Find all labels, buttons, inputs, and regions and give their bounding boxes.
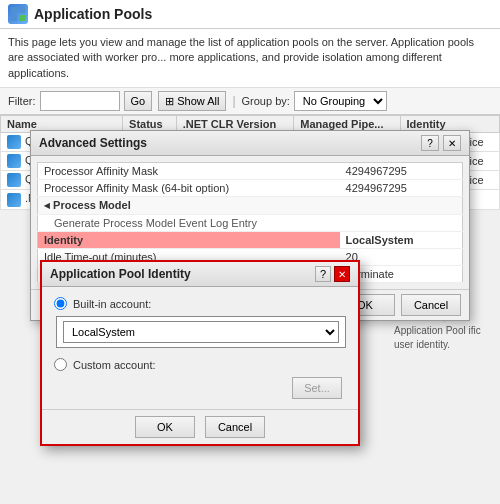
identity-close-button[interactable]: ✕: [334, 266, 350, 282]
settings-row: Generate Process Model Event Log Entry: [38, 215, 463, 232]
custom-radio-option: Custom account:: [54, 358, 346, 371]
builtin-radio-option: Built-in account:: [54, 297, 346, 310]
identity-value-cell: LocalSystem: [340, 232, 463, 249]
settings-row: Processor Affinity Mask (64-bit option) …: [38, 180, 463, 197]
custom-label: Custom account:: [73, 359, 156, 371]
filter-section: Filter: Go: [8, 91, 152, 111]
identity-help-button[interactable]: ?: [315, 266, 331, 282]
svg-rect-0: [11, 7, 17, 13]
settings-label-cell: Processor Affinity Mask: [38, 163, 340, 180]
builtin-account-select[interactable]: LocalSystemLocalServiceNetworkServiceApp…: [63, 321, 339, 343]
app-icon: [8, 4, 28, 24]
page-title: Application Pools: [34, 6, 152, 22]
advanced-help-button[interactable]: ?: [421, 135, 439, 151]
advanced-settings-controls: ? ✕: [421, 135, 461, 151]
svg-rect-3: [19, 15, 25, 21]
filter-input[interactable]: [40, 91, 120, 111]
advanced-settings-title: Advanced Settings: [39, 136, 147, 150]
settings-subsection: Generate Process Model Event Log Entry: [38, 215, 463, 232]
go-button[interactable]: Go: [124, 91, 153, 111]
show-all-button[interactable]: ⊞ Show All: [158, 91, 226, 111]
show-all-icon: ⊞: [165, 95, 174, 108]
set-button[interactable]: Set...: [292, 377, 342, 399]
identity-body: Built-in account: LocalSystemLocalServic…: [42, 287, 358, 409]
advanced-cancel-button[interactable]: Cancel: [401, 294, 461, 316]
identity-dialog: Application Pool Identity ? ✕ Built-in a…: [40, 260, 360, 446]
groupby-label: Group by:: [242, 95, 290, 107]
identity-ok-button[interactable]: OK: [135, 416, 195, 438]
settings-label-cell: Processor Affinity Mask (64-bit option): [38, 180, 340, 197]
advanced-settings-titlebar: Advanced Settings ? ✕: [31, 131, 469, 156]
settings-value-cell: 4294967295: [340, 180, 463, 197]
settings-row: ◂ Process Model: [38, 197, 463, 215]
builtin-label: Built-in account:: [73, 298, 151, 310]
page-description: This page lets you view and manage the l…: [0, 29, 500, 88]
identity-label-cell: Identity: [38, 232, 340, 249]
svg-rect-2: [11, 15, 17, 21]
toolbar: Filter: Go ⊞ Show All | Group by: No Gro…: [0, 88, 500, 115]
builtin-radio[interactable]: [54, 297, 67, 310]
identity-title: Application Pool Identity: [50, 267, 191, 281]
settings-row: Processor Affinity Mask 4294967295: [38, 163, 463, 180]
settings-row: Identity LocalSystem: [38, 232, 463, 249]
identity-titlebar: Application Pool Identity ? ✕: [42, 262, 358, 287]
identity-controls: ? ✕: [315, 266, 350, 282]
groupby-select[interactable]: No Grouping: [294, 91, 387, 111]
builtin-box: LocalSystemLocalServiceNetworkServiceApp…: [56, 316, 346, 348]
settings-section-header: ◂ Process Model: [38, 197, 463, 215]
svg-rect-1: [19, 7, 25, 13]
main-window: Application Pools This page lets you vie…: [0, 0, 500, 504]
filter-label: Filter:: [8, 95, 36, 107]
advanced-close-button[interactable]: ✕: [443, 135, 461, 151]
settings-value-cell: 4294967295: [340, 163, 463, 180]
title-bar: Application Pools: [0, 0, 500, 29]
separator: |: [232, 94, 235, 108]
identity-cancel-button[interactable]: Cancel: [205, 416, 265, 438]
identity-footer: OK Cancel: [42, 409, 358, 444]
groupby-section: Group by: No Grouping: [242, 91, 387, 111]
custom-radio[interactable]: [54, 358, 67, 371]
